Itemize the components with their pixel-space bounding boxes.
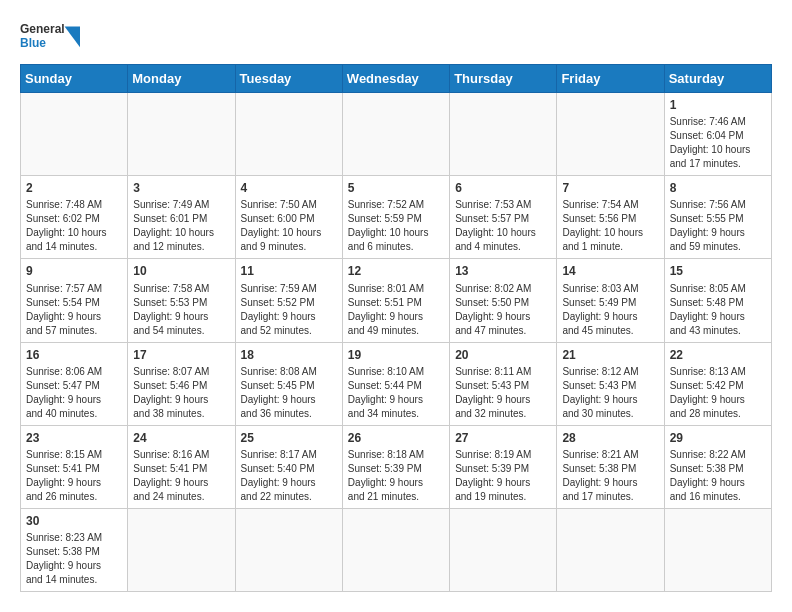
calendar-day-cell xyxy=(21,93,128,176)
day-number: 12 xyxy=(348,263,444,279)
calendar-day-cell: 11Sunrise: 7:59 AM Sunset: 5:52 PM Dayli… xyxy=(235,259,342,342)
day-number: 30 xyxy=(26,513,122,529)
calendar-day-cell: 27Sunrise: 8:19 AM Sunset: 5:39 PM Dayli… xyxy=(450,425,557,508)
day-info: Sunrise: 8:19 AM Sunset: 5:39 PM Dayligh… xyxy=(455,448,551,504)
calendar-table: SundayMondayTuesdayWednesdayThursdayFrid… xyxy=(20,64,772,592)
day-info: Sunrise: 8:10 AM Sunset: 5:44 PM Dayligh… xyxy=(348,365,444,421)
day-number: 18 xyxy=(241,347,337,363)
day-number: 26 xyxy=(348,430,444,446)
calendar-day-cell xyxy=(235,508,342,591)
calendar-day-cell: 7Sunrise: 7:54 AM Sunset: 5:56 PM Daylig… xyxy=(557,176,664,259)
day-number: 11 xyxy=(241,263,337,279)
calendar-day-cell xyxy=(235,93,342,176)
calendar-day-cell xyxy=(342,508,449,591)
day-number: 28 xyxy=(562,430,658,446)
calendar-day-cell: 2Sunrise: 7:48 AM Sunset: 6:02 PM Daylig… xyxy=(21,176,128,259)
svg-text:Blue: Blue xyxy=(20,36,46,50)
day-info: Sunrise: 7:53 AM Sunset: 5:57 PM Dayligh… xyxy=(455,198,551,254)
calendar-day-cell: 9Sunrise: 7:57 AM Sunset: 5:54 PM Daylig… xyxy=(21,259,128,342)
calendar-day-cell: 1Sunrise: 7:46 AM Sunset: 6:04 PM Daylig… xyxy=(664,93,771,176)
svg-marker-2 xyxy=(65,27,80,48)
calendar-day-cell: 10Sunrise: 7:58 AM Sunset: 5:53 PM Dayli… xyxy=(128,259,235,342)
calendar-day-header: Monday xyxy=(128,65,235,93)
day-info: Sunrise: 7:48 AM Sunset: 6:02 PM Dayligh… xyxy=(26,198,122,254)
day-number: 5 xyxy=(348,180,444,196)
day-info: Sunrise: 7:59 AM Sunset: 5:52 PM Dayligh… xyxy=(241,282,337,338)
day-info: Sunrise: 8:07 AM Sunset: 5:46 PM Dayligh… xyxy=(133,365,229,421)
day-info: Sunrise: 8:12 AM Sunset: 5:43 PM Dayligh… xyxy=(562,365,658,421)
day-number: 7 xyxy=(562,180,658,196)
day-number: 23 xyxy=(26,430,122,446)
day-info: Sunrise: 7:50 AM Sunset: 6:00 PM Dayligh… xyxy=(241,198,337,254)
calendar-day-cell: 3Sunrise: 7:49 AM Sunset: 6:01 PM Daylig… xyxy=(128,176,235,259)
calendar-day-cell: 24Sunrise: 8:16 AM Sunset: 5:41 PM Dayli… xyxy=(128,425,235,508)
calendar-day-cell: 17Sunrise: 8:07 AM Sunset: 5:46 PM Dayli… xyxy=(128,342,235,425)
calendar-day-cell xyxy=(557,93,664,176)
calendar-day-cell: 20Sunrise: 8:11 AM Sunset: 5:43 PM Dayli… xyxy=(450,342,557,425)
calendar-day-cell xyxy=(450,508,557,591)
calendar-day-cell: 21Sunrise: 8:12 AM Sunset: 5:43 PM Dayli… xyxy=(557,342,664,425)
calendar-day-cell: 26Sunrise: 8:18 AM Sunset: 5:39 PM Dayli… xyxy=(342,425,449,508)
day-number: 27 xyxy=(455,430,551,446)
calendar-day-cell: 16Sunrise: 8:06 AM Sunset: 5:47 PM Dayli… xyxy=(21,342,128,425)
calendar-day-cell xyxy=(342,93,449,176)
day-info: Sunrise: 8:22 AM Sunset: 5:38 PM Dayligh… xyxy=(670,448,766,504)
day-info: Sunrise: 8:05 AM Sunset: 5:48 PM Dayligh… xyxy=(670,282,766,338)
calendar-day-cell: 23Sunrise: 8:15 AM Sunset: 5:41 PM Dayli… xyxy=(21,425,128,508)
calendar-day-cell xyxy=(128,508,235,591)
calendar-day-cell: 25Sunrise: 8:17 AM Sunset: 5:40 PM Dayli… xyxy=(235,425,342,508)
calendar-day-cell xyxy=(664,508,771,591)
logo-area: General Blue xyxy=(20,16,80,56)
day-info: Sunrise: 8:01 AM Sunset: 5:51 PM Dayligh… xyxy=(348,282,444,338)
calendar-day-cell: 6Sunrise: 7:53 AM Sunset: 5:57 PM Daylig… xyxy=(450,176,557,259)
calendar-day-cell xyxy=(557,508,664,591)
generalblue-logo: General Blue xyxy=(20,16,80,56)
day-number: 3 xyxy=(133,180,229,196)
day-number: 1 xyxy=(670,97,766,113)
calendar-day-cell: 8Sunrise: 7:56 AM Sunset: 5:55 PM Daylig… xyxy=(664,176,771,259)
day-number: 4 xyxy=(241,180,337,196)
calendar-day-cell: 18Sunrise: 8:08 AM Sunset: 5:45 PM Dayli… xyxy=(235,342,342,425)
day-info: Sunrise: 7:58 AM Sunset: 5:53 PM Dayligh… xyxy=(133,282,229,338)
calendar-week-row: 2Sunrise: 7:48 AM Sunset: 6:02 PM Daylig… xyxy=(21,176,772,259)
calendar-week-row: 9Sunrise: 7:57 AM Sunset: 5:54 PM Daylig… xyxy=(21,259,772,342)
calendar-day-cell: 28Sunrise: 8:21 AM Sunset: 5:38 PM Dayli… xyxy=(557,425,664,508)
day-info: Sunrise: 7:57 AM Sunset: 5:54 PM Dayligh… xyxy=(26,282,122,338)
header: General Blue xyxy=(20,16,772,56)
calendar-day-header: Saturday xyxy=(664,65,771,93)
calendar-header-row: SundayMondayTuesdayWednesdayThursdayFrid… xyxy=(21,65,772,93)
day-info: Sunrise: 8:02 AM Sunset: 5:50 PM Dayligh… xyxy=(455,282,551,338)
calendar-day-cell: 19Sunrise: 8:10 AM Sunset: 5:44 PM Dayli… xyxy=(342,342,449,425)
calendar-day-cell: 15Sunrise: 8:05 AM Sunset: 5:48 PM Dayli… xyxy=(664,259,771,342)
day-number: 21 xyxy=(562,347,658,363)
day-info: Sunrise: 7:52 AM Sunset: 5:59 PM Dayligh… xyxy=(348,198,444,254)
day-info: Sunrise: 7:54 AM Sunset: 5:56 PM Dayligh… xyxy=(562,198,658,254)
calendar-day-cell: 12Sunrise: 8:01 AM Sunset: 5:51 PM Dayli… xyxy=(342,259,449,342)
day-number: 25 xyxy=(241,430,337,446)
day-info: Sunrise: 7:56 AM Sunset: 5:55 PM Dayligh… xyxy=(670,198,766,254)
calendar-week-row: 1Sunrise: 7:46 AM Sunset: 6:04 PM Daylig… xyxy=(21,93,772,176)
day-number: 22 xyxy=(670,347,766,363)
day-number: 29 xyxy=(670,430,766,446)
svg-text:General: General xyxy=(20,22,65,36)
day-number: 13 xyxy=(455,263,551,279)
day-info: Sunrise: 8:06 AM Sunset: 5:47 PM Dayligh… xyxy=(26,365,122,421)
day-info: Sunrise: 8:03 AM Sunset: 5:49 PM Dayligh… xyxy=(562,282,658,338)
day-number: 9 xyxy=(26,263,122,279)
calendar-day-cell: 30Sunrise: 8:23 AM Sunset: 5:38 PM Dayli… xyxy=(21,508,128,591)
day-info: Sunrise: 8:15 AM Sunset: 5:41 PM Dayligh… xyxy=(26,448,122,504)
calendar-day-header: Wednesday xyxy=(342,65,449,93)
day-number: 10 xyxy=(133,263,229,279)
calendar-day-cell xyxy=(450,93,557,176)
calendar-day-cell: 22Sunrise: 8:13 AM Sunset: 5:42 PM Dayli… xyxy=(664,342,771,425)
page: General Blue SundayMondayTuesdayWednesda… xyxy=(0,0,792,612)
calendar-day-cell: 4Sunrise: 7:50 AM Sunset: 6:00 PM Daylig… xyxy=(235,176,342,259)
calendar-day-cell: 5Sunrise: 7:52 AM Sunset: 5:59 PM Daylig… xyxy=(342,176,449,259)
calendar-day-header: Sunday xyxy=(21,65,128,93)
day-number: 20 xyxy=(455,347,551,363)
day-info: Sunrise: 7:49 AM Sunset: 6:01 PM Dayligh… xyxy=(133,198,229,254)
day-info: Sunrise: 8:08 AM Sunset: 5:45 PM Dayligh… xyxy=(241,365,337,421)
day-number: 14 xyxy=(562,263,658,279)
calendar-day-cell: 29Sunrise: 8:22 AM Sunset: 5:38 PM Dayli… xyxy=(664,425,771,508)
day-number: 8 xyxy=(670,180,766,196)
